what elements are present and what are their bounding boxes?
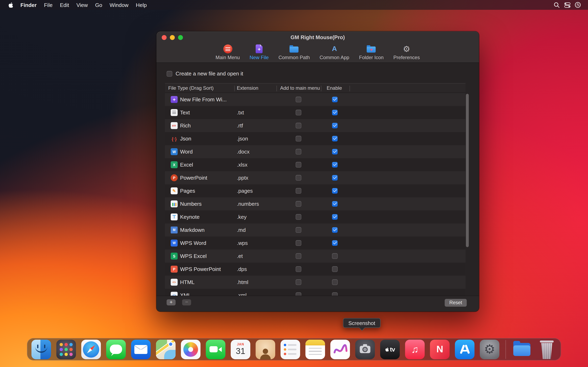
tv-dock-icon[interactable]: tv [380,340,400,359]
reset-button[interactable]: Reset [445,299,467,307]
enable-checkbox[interactable] [332,253,338,259]
add-to-main-menu-checkbox[interactable] [296,188,301,194]
launchpad-dock-icon[interactable] [56,340,76,359]
enable-checkbox[interactable] [332,162,338,167]
table-row[interactable]: Pages .pages [165,184,466,197]
add-to-main-menu-checkbox[interactable] [296,240,301,246]
enable-checkbox[interactable] [332,240,338,246]
table-row[interactable]: Numbers .numbers [165,197,466,210]
enable-checkbox[interactable] [332,175,338,181]
menu-bar: Finder File Edit View Go Window Help [0,0,588,10]
tab-folder-icon[interactable]: Folder Icon [356,43,387,61]
table-row[interactable]: New File From Wi... [165,93,466,106]
add-to-main-menu-checkbox[interactable] [296,227,301,233]
screenshot-dock-icon[interactable] [355,340,375,359]
add-to-main-menu-checkbox[interactable] [296,110,301,115]
downloads-dock-icon[interactable] [512,340,532,359]
table-row[interactable]: XML .xml [165,289,466,296]
tab-label: Common Path [278,55,310,60]
freeform-dock-icon[interactable] [330,340,350,359]
add-to-main-menu-checkbox[interactable] [296,162,301,167]
menu-item-file[interactable]: File [40,2,56,8]
enable-checkbox[interactable] [332,214,338,220]
enable-checkbox[interactable] [332,123,338,128]
table-row[interactable]: Keynote .key [165,210,466,224]
table-row[interactable]: Json .json [165,132,466,145]
tab-main-menu[interactable]: Main Menu [212,43,243,61]
safari-dock-icon[interactable] [81,340,101,359]
menu-item-go[interactable]: Go [91,2,106,8]
enable-checkbox[interactable] [332,279,338,285]
system-settings-dock-icon[interactable] [480,340,499,359]
column-file-type[interactable]: File Type (Drag Sort) [168,83,214,93]
news-dock-icon[interactable] [430,340,450,359]
menu-item-finder[interactable]: Finder [17,2,40,8]
column-extension[interactable]: Extension [237,83,258,93]
add-to-main-menu-checkbox[interactable] [296,97,301,102]
add-to-main-menu-checkbox[interactable] [296,279,301,285]
tab-common-app[interactable]: Common App [316,43,352,61]
table-row[interactable]: PowerPoint .pptx [165,171,466,184]
search-icon[interactable] [551,2,562,8]
add-to-main-menu-checkbox[interactable] [296,175,301,181]
tab-common-path[interactable]: Common Path [275,43,313,61]
finder-dock-icon[interactable] [31,340,51,359]
menu-item-help[interactable]: Help [132,2,150,8]
enable-checkbox[interactable] [332,136,338,142]
table-row[interactable]: HTML .html [165,276,466,289]
table-row[interactable]: Excel .xlsx [165,158,466,171]
table-row[interactable]: WPS Word .wps [165,236,466,250]
table-row[interactable]: WPS PowerPoint .dps [165,263,466,276]
table-row[interactable]: Markdown .md [165,224,466,236]
enable-checkbox[interactable] [332,110,338,115]
app-store-dock-icon[interactable] [455,340,475,359]
add-to-main-menu-checkbox[interactable] [296,214,301,220]
add-to-main-menu-checkbox[interactable] [296,149,301,155]
contacts-dock-icon[interactable] [256,340,275,359]
notes-dock-icon[interactable] [305,340,325,359]
enable-checkbox[interactable] [332,97,338,102]
enable-checkbox[interactable] [332,266,338,272]
table-row[interactable]: WPS Excel .et [165,250,466,263]
enable-checkbox[interactable] [332,227,338,233]
add-to-main-menu-checkbox[interactable] [296,253,301,259]
keynote-file-icon [171,213,178,220]
trash-dock-icon[interactable] [537,340,557,359]
remove-file-type-button[interactable]: − [182,299,191,305]
column-enable[interactable]: Enable [327,83,342,93]
tab-preferences[interactable]: Preferences [390,43,423,61]
mail-dock-icon[interactable] [131,340,151,359]
menu-item-window[interactable]: Window [106,2,132,8]
table-row[interactable]: Word .docx [165,145,466,158]
add-to-main-menu-checkbox[interactable] [296,266,301,272]
facetime-dock-icon[interactable] [206,340,225,359]
enable-checkbox[interactable] [332,149,338,155]
column-add-to-main-menu[interactable]: Add to main menu [280,83,320,93]
photos-dock-icon[interactable] [181,340,200,359]
enable-checkbox[interactable] [332,292,338,296]
maps-dock-icon[interactable] [156,340,176,359]
menu-item-edit[interactable]: Edit [56,2,73,8]
calendar-dock-icon[interactable]: JAN 31 [231,340,250,359]
file-type-name: Keynote [180,214,199,220]
enable-checkbox[interactable] [332,188,338,194]
add-to-main-menu-checkbox[interactable] [296,136,301,142]
messages-dock-icon[interactable] [106,340,126,359]
scrollbar-thumb[interactable] [466,94,469,247]
add-file-type-button[interactable]: + [167,299,176,305]
add-to-main-menu-checkbox[interactable] [296,201,301,207]
tab-new-file[interactable]: New File [246,43,272,61]
enable-checkbox[interactable] [332,201,338,207]
music-dock-icon[interactable] [405,340,425,359]
reminders-dock-icon[interactable] [281,340,300,359]
add-to-main-menu-checkbox[interactable] [296,123,301,128]
wps-excel-file-icon [171,253,178,259]
add-to-main-menu-checkbox[interactable] [296,292,301,296]
control-center-icon[interactable] [562,2,572,8]
user-icon[interactable] [572,2,583,8]
apple-menu-icon[interactable] [5,2,17,8]
create-file-checkbox[interactable] [167,71,172,76]
table-row[interactable]: Rich .rtf [165,119,466,132]
menu-item-view[interactable]: View [73,2,91,8]
table-row[interactable]: Text .txt [165,106,466,119]
